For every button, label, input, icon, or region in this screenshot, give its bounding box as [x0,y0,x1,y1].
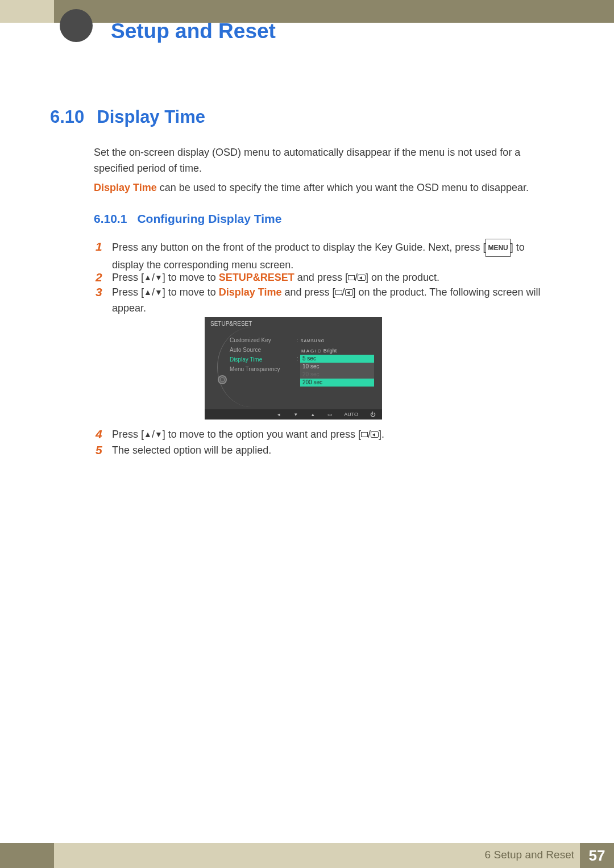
osd-menu-item: Customized Key [230,335,280,345]
step-4-number: 4 [96,426,109,442]
step-2-number: 2 [96,269,109,285]
down-arrow-icon: ▼ [155,288,163,297]
osd-menu-item-active: Display Time [230,355,280,364]
osd-menu-item: Auto Source [230,345,280,355]
step-3: 3 Press [▲/▼] to move to Display Time an… [96,284,550,316]
section-title: Display Time [97,107,205,127]
down-arrow-icon: ▼ [155,273,163,282]
footer-bar: 6 Setup and Reset 57 [0,843,614,868]
step-5: 5 The selected option will be applied. [96,442,550,458]
step-2-text-b: ] to move to [163,272,219,283]
enter-icon [371,431,379,438]
osd-navbar: ◂ ▾ ▴ ▭ AUTO ⏻ [205,409,382,420]
step-3-text-c: and press [ [282,286,335,298]
osd-menu-item: Menu Transparency [230,364,280,374]
intro-paragraph-2: Display Time can be used to specify the … [94,180,549,196]
step-1-text-a: Press any button on the front of the pro… [112,242,486,253]
menu-key-icon: MENU [486,239,510,257]
osd-value: :SAMSUNGMAGIC Bright [297,335,337,356]
source-icon [335,290,342,295]
osd-option-selected: 5 sec [300,355,374,363]
page-number: 57 [580,843,614,868]
osd-title: SETUP&RESET [210,321,252,327]
osd-option: 200 sec [300,379,374,387]
subsection-number: 6.10.1 [94,212,127,226]
header-banner [0,0,614,23]
section-heading: 6.10 Display Time [50,107,205,127]
step-2-text-d: ] on the product. [366,272,439,283]
step-5-text: The selected option will be applied. [112,442,544,458]
up-arrow-icon: ▲ [144,430,152,439]
footer-accent [0,843,54,868]
header-banner-accent [0,0,54,23]
enter-icon [345,289,353,296]
step-3-text-b: ] to move to [163,286,219,298]
nav-up-icon: ▴ [310,412,316,417]
up-arrow-icon: ▲ [144,288,152,297]
step-2-text-a: Press [ [112,272,144,283]
chapter-title: Setup and Reset [111,19,276,43]
step-4-text-a: Press [ [112,429,144,440]
step-3-strong: Display Time [219,286,282,298]
intro-paragraph-1: Set the on-screen display (OSD) menu to … [94,144,549,176]
power-icon: ⏻ [370,412,375,417]
nav-auto-label: AUTO [344,412,358,417]
step-3-number: 3 [96,284,109,300]
step-1-number: 1 [96,239,109,255]
subsection-title: Configuring Display Time [137,212,281,226]
step-4: 4 Press [▲/▼] to move to the option you … [96,426,550,442]
step-4-text-c: ]. [379,429,384,440]
enter-icon [358,275,366,281]
osd-option: 20 sec [300,371,374,379]
source-icon [348,275,355,280]
step-4-text-b: ] to move to the option you want and pre… [163,429,361,440]
step-1: 1 Press any button on the front of the p… [96,239,550,273]
source-icon [361,432,368,437]
display-time-label: Display Time [94,182,157,193]
down-arrow-icon: ▼ [155,430,163,439]
nav-enter-icon: ▭ [327,412,333,417]
intro-paragraph-2-rest: can be used to specify the time after wh… [157,182,529,193]
up-arrow-icon: ▲ [144,273,152,282]
osd-options-dropdown: 5 sec 10 sec 20 sec 200 sec [300,355,374,387]
gear-icon [218,375,227,384]
nav-down-icon: ▾ [293,412,298,417]
osd-menu-list: Customized Key Auto Source Display Time … [230,335,280,374]
osd-option: 10 sec [300,363,374,371]
section-number: 6.10 [50,107,84,127]
subsection-heading: 6.10.1 Configuring Display Time [94,212,281,226]
step-5-number: 5 [96,442,109,458]
chapter-badge-icon [60,9,93,42]
footer-chapter-label: 6 Setup and Reset [485,849,574,861]
step-2: 2 Press [▲/▼] to move to SETUP&RESET and… [96,269,550,285]
step-2-text-c: and press [ [294,272,348,283]
step-2-strong: SETUP&RESET [219,272,294,283]
osd-screenshot: SETUP&RESET Customized Key Auto Source D… [205,317,382,420]
nav-back-icon: ◂ [276,412,281,417]
step-3-text-a: Press [ [112,286,144,298]
